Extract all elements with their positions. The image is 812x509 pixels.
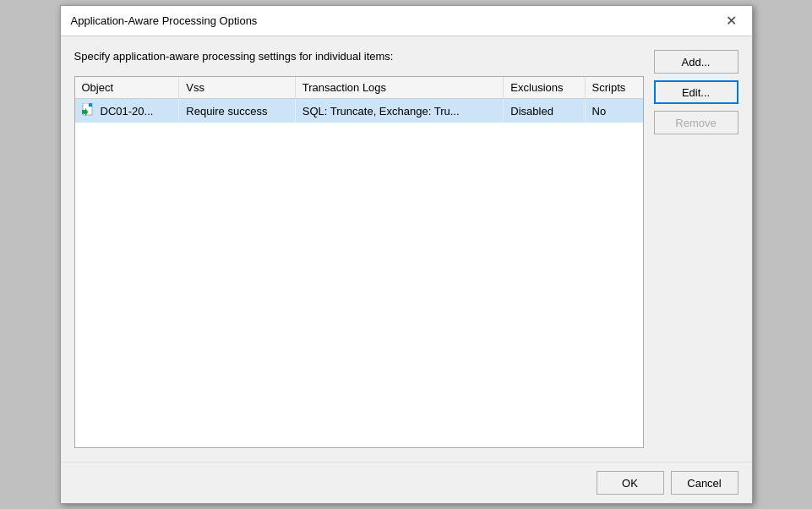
- dialog-title: Application-Aware Processing Options: [71, 14, 258, 27]
- cancel-button[interactable]: Cancel: [671, 471, 738, 495]
- left-panel: Specify application-aware processing set…: [74, 50, 644, 448]
- cell-exclusions: Disabled: [504, 99, 585, 123]
- add-button[interactable]: Add...: [654, 50, 738, 74]
- col-header-object: Object: [75, 77, 179, 99]
- table-header-row: Object Vss Transaction Logs Exclusions: [75, 77, 643, 99]
- col-header-vss: Vss: [179, 77, 296, 99]
- table-row[interactable]: DC01-20... Require success SQL: Truncate…: [75, 99, 643, 123]
- title-bar: Application-Aware Processing Options ✕: [61, 6, 752, 36]
- cell-object: DC01-20...: [75, 99, 179, 123]
- table-container: Object Vss Transaction Logs Exclusions: [74, 76, 644, 448]
- dialog-footer: OK Cancel: [61, 462, 752, 503]
- cell-vss: Require success: [179, 99, 296, 123]
- edit-button[interactable]: Edit...: [654, 80, 738, 104]
- close-button[interactable]: ✕: [722, 11, 742, 31]
- cell-object-value: DC01-20...: [101, 105, 154, 118]
- col-header-transaction-logs: Transaction Logs: [295, 77, 504, 99]
- right-panel: Add... Edit... Remove: [654, 50, 738, 448]
- ok-button[interactable]: OK: [597, 471, 664, 495]
- dialog-body: Specify application-aware processing set…: [61, 36, 752, 462]
- items-table: Object Vss Transaction Logs Exclusions: [75, 77, 643, 123]
- server-icon: [82, 103, 95, 118]
- cell-transaction-logs: SQL: Truncate, Exchange: Tru...: [295, 99, 504, 123]
- dialog: Application-Aware Processing Options ✕ S…: [60, 5, 753, 504]
- description-text: Specify application-aware processing set…: [74, 50, 644, 63]
- cell-scripts: No: [585, 99, 642, 123]
- col-header-scripts: Scripts: [585, 77, 642, 99]
- remove-button[interactable]: Remove: [654, 111, 738, 134]
- col-header-exclusions: Exclusions: [504, 77, 585, 99]
